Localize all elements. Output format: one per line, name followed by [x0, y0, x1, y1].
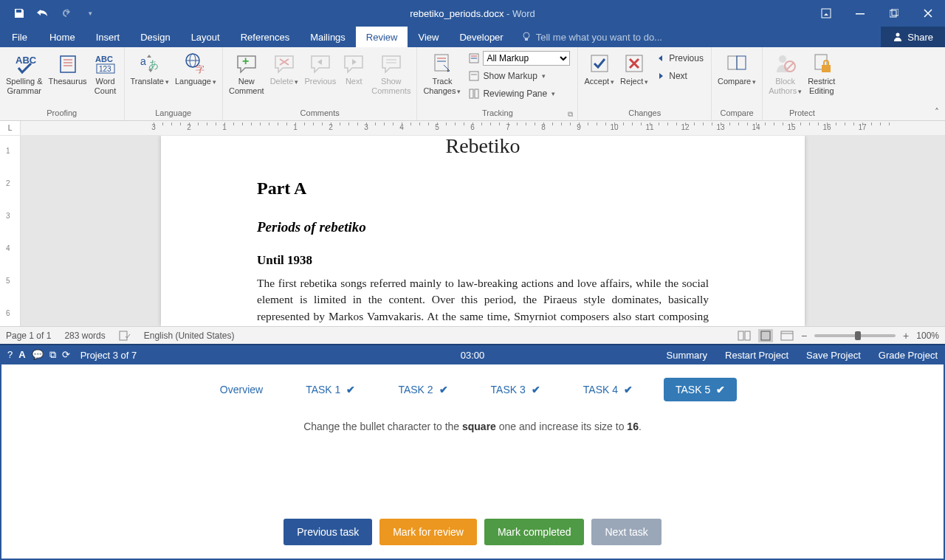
svg-rect-45: [745, 331, 750, 340]
tab-overview[interactable]: Overview: [208, 378, 275, 401]
web-layout-icon[interactable]: [780, 331, 794, 341]
status-language[interactable]: English (United States): [144, 331, 235, 341]
next-task-button[interactable]: Next task: [591, 519, 661, 545]
vertical-ruler[interactable]: 123456: [0, 136, 21, 326]
compare-button[interactable]: Compare: [715, 49, 759, 88]
svg-line-40: [786, 63, 794, 70]
display-select[interactable]: All Markup: [483, 51, 570, 66]
tab-layout[interactable]: Layout: [181, 27, 230, 47]
tab-task3[interactable]: TASK 3✔: [479, 378, 552, 401]
grade-project-link[interactable]: Grade Project: [879, 350, 938, 361]
restrict-editing-label: Restrict Editing: [808, 77, 835, 96]
status-page[interactable]: Page 1 of 1: [6, 331, 51, 341]
check-icon: ✔: [439, 384, 448, 395]
tab-task2[interactable]: TASK 2✔: [386, 378, 459, 401]
accept-icon: [588, 50, 611, 77]
restrict-editing-button[interactable]: Restrict Editing: [805, 49, 838, 97]
collapse-ribbon-icon[interactable]: ˄: [935, 107, 939, 117]
word-count-icon: ABC123: [93, 50, 118, 77]
translate-button[interactable]: aあ Translate: [128, 49, 172, 88]
tell-me-search[interactable]: Tell me what you want to do...: [521, 27, 882, 47]
minimize-icon[interactable]: [843, 0, 877, 27]
tab-home[interactable]: Home: [39, 27, 86, 47]
status-words[interactable]: 283 words: [64, 331, 105, 341]
tab-developer[interactable]: Developer: [449, 27, 513, 47]
maximize-icon[interactable]: [877, 0, 911, 27]
display-for-review[interactable]: All Markup: [465, 50, 573, 66]
read-mode-icon[interactable]: [738, 331, 751, 341]
tab-view[interactable]: View: [408, 27, 449, 47]
track-changes-icon: [430, 50, 454, 77]
previous-task-button[interactable]: Previous task: [284, 519, 372, 545]
tab-references[interactable]: References: [230, 27, 300, 47]
svg-rect-24: [435, 55, 448, 71]
language-button[interactable]: 字 Language: [172, 49, 219, 88]
refresh-icon[interactable]: ⟳: [62, 349, 70, 361]
svg-text:a: a: [140, 55, 146, 67]
spelling-grammar-button[interactable]: ABC Spelling & Grammar: [3, 49, 46, 97]
summary-link[interactable]: Summary: [666, 350, 707, 361]
zoom-thumb[interactable]: [855, 331, 861, 340]
zoom-level[interactable]: 100%: [916, 331, 939, 341]
share-button[interactable]: Share: [881, 27, 945, 47]
previous-comment-icon: [309, 50, 332, 77]
new-comment-button[interactable]: + New Comment: [226, 49, 267, 97]
mark-completed-button[interactable]: Mark completed: [484, 519, 585, 545]
check-icon: ✔: [624, 384, 633, 395]
print-layout-icon[interactable]: [758, 329, 773, 342]
redo-icon[interactable]: [55, 0, 78, 27]
group-protect: Block Authors Restrict Editing Protect: [763, 47, 841, 120]
group-proofing-label: Proofing: [3, 107, 121, 120]
changes-previous-button[interactable]: Previous: [653, 50, 707, 66]
svg-rect-42: [822, 65, 831, 72]
tab-insert[interactable]: Insert: [86, 27, 131, 47]
changes-next-button[interactable]: Next: [653, 68, 707, 84]
svg-rect-3: [892, 9, 898, 15]
spelling-label: Spelling & Grammar: [6, 77, 43, 96]
changes-next-label: Next: [669, 71, 687, 81]
tracking-launcher-icon[interactable]: ⧉: [568, 110, 573, 119]
copy-icon[interactable]: ⧉: [49, 349, 56, 361]
word-count-button[interactable]: ABC123 Word Count: [90, 49, 121, 97]
tab-mailings[interactable]: Mailings: [300, 27, 356, 47]
tab-task4[interactable]: TASK 4✔: [571, 378, 645, 401]
zoom-in-icon[interactable]: +: [903, 330, 909, 342]
block-authors-button: Block Authors: [766, 49, 805, 97]
horizontal-ruler[interactable]: 3211234567891011121314151617: [21, 121, 945, 135]
svg-text:ABC: ABC: [95, 55, 113, 63]
tab-design[interactable]: Design: [130, 27, 180, 47]
tab-task1[interactable]: TASK 1✔: [294, 378, 367, 401]
doc-heading-until: Until 1938: [257, 253, 709, 268]
comment-icon[interactable]: 💬: [32, 349, 44, 361]
accept-label: Accept: [584, 77, 614, 86]
save-project-link[interactable]: Save Project: [806, 350, 861, 361]
tab-review[interactable]: Review: [356, 27, 408, 47]
markup-icon: [468, 52, 480, 64]
close-icon[interactable]: [911, 0, 945, 27]
document-filename: rebetiko_periods.docx: [410, 8, 504, 19]
font-icon[interactable]: A: [18, 349, 25, 361]
zoom-slider[interactable]: [814, 334, 896, 337]
tab-task5[interactable]: TASK 5✔: [664, 378, 737, 401]
help-icon[interactable]: ?: [7, 349, 13, 361]
thesaurus-icon: [56, 50, 80, 77]
ribbon-display-icon[interactable]: [809, 0, 843, 27]
undo-icon[interactable]: [31, 0, 55, 27]
qat-more-icon[interactable]: ▾: [78, 0, 102, 27]
thesaurus-button[interactable]: Thesaurus: [46, 49, 90, 88]
show-markup-button[interactable]: Show Markup: [465, 68, 573, 84]
zoom-out-icon[interactable]: −: [801, 330, 807, 342]
mark-for-review-button[interactable]: Mark for review: [379, 519, 477, 545]
save-icon[interactable]: [7, 0, 31, 27]
track-changes-button[interactable]: Track Changes: [420, 49, 464, 97]
restart-project-link[interactable]: Restart Project: [725, 350, 788, 361]
tab-file[interactable]: File: [0, 27, 39, 47]
accept-button[interactable]: Accept: [581, 49, 617, 88]
reviewing-pane-button[interactable]: Reviewing Pane: [465, 86, 573, 102]
next-comment-label: Next: [346, 77, 362, 86]
reject-button[interactable]: Reject: [617, 49, 651, 88]
track-changes-label: Track Changes: [423, 77, 461, 96]
status-spellcheck-icon[interactable]: [119, 331, 131, 341]
document-scroll[interactable]: Rebetiko Part A Periods of rebetiko Unti…: [21, 136, 945, 326]
svg-text:あ: あ: [148, 58, 159, 70]
